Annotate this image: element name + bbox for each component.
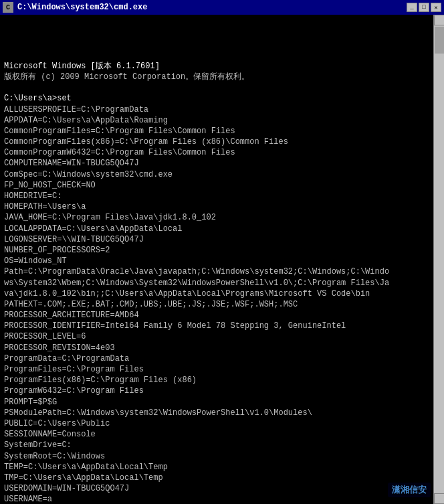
terminal-line: ProgramFiles(x86)=C:\Program Files (x86) [4, 375, 428, 386]
title-bar-left: C C:\Windows\system32\cmd.exe [3, 2, 147, 13]
terminal-line: PROCESSOR_IDENTIFIER=Intel64 Family 6 Mo… [4, 321, 428, 331]
terminal-line: SESSIONNAME=Console [4, 429, 428, 440]
terminal-line: ProgramData=C:\ProgramData [4, 353, 428, 364]
terminal-line: CommonProgramFiles(x86)=C:\Program Files… [4, 137, 428, 147]
terminal-line: FP_NO_HOST_CHECK=NO [4, 180, 428, 191]
terminal-content: ▲ ▼ Microsoft Windows [版本 6.1.7601]版权所有 … [0, 15, 444, 504]
cmd-icon: C [3, 2, 13, 13]
terminal-line: va\jdk1.8.0_102\bin;;C:\Users\a\AppData\… [4, 288, 428, 299]
terminal-lines: Microsoft Windows [版本 6.1.7601]版权所有 (c) … [4, 61, 440, 504]
scroll-up-arrow[interactable]: ▲ [434, 15, 445, 25]
terminal-line: APPDATA=C:\Users\a\AppData\Roaming [4, 115, 428, 126]
terminal-line: JAVA_HOME=C:\Program Files\Java\jdk1.8.0… [4, 212, 428, 223]
terminal-line: PUBLIC=C:\Users\Public [4, 418, 428, 429]
terminal-line: PROMPT=$P$G [4, 397, 428, 408]
terminal-line: CommonProgramFiles=C:\Program Files\Comm… [4, 126, 428, 137]
terminal-line: SystemRoot=C:\Windows [4, 451, 428, 462]
terminal-line: OS=Windows_NT [4, 256, 428, 266]
terminal-line [4, 82, 428, 93]
terminal-line: USERNAME=a [4, 494, 428, 504]
terminal-line: HOMEPATH=\Users\a [4, 201, 428, 212]
terminal-line: LOGONSERVER=\\WIN-TBUCG5QO47J [4, 234, 428, 245]
window-title: C:\Windows\system32\cmd.exe [17, 3, 147, 12]
terminal-line: ws\System32\Wbem;C:\Windows\System32\Win… [4, 278, 428, 288]
terminal-line: Microsoft Windows [版本 6.1.7601] [4, 61, 428, 72]
terminal-line: TMP=C:\Users\a\AppData\Local\Temp [4, 473, 428, 483]
terminal-line: C:\Users\a>set [4, 93, 428, 104]
terminal-line: CommonProgramW6432=C:\Program Files\Comm… [4, 147, 428, 158]
terminal-line: PROCESSOR_REVISION=4e03 [4, 343, 428, 353]
terminal-line: PROCESSOR_ARCHITECTURE=AMD64 [4, 310, 428, 321]
terminal-line: TEMP=C:\Users\a\AppData\Local\Temp [4, 462, 428, 473]
terminal-line: HOMEDRIVE=C: [4, 191, 428, 201]
terminal-line: PATHEXT=.COM;.EXE;.BAT;.CMD;.UBS;.UBE;.J… [4, 299, 428, 310]
terminal-line: PROCESSOR_LEVEL=6 [4, 331, 428, 342]
terminal-line: ComSpec=C:\Windows\system32\cmd.exe [4, 169, 428, 180]
title-bar: C C:\Windows\system32\cmd.exe _ □ ✕ [0, 0, 444, 15]
terminal-line: 版权所有 (c) 2009 Microsoft Corporation。保留所有… [4, 72, 428, 82]
terminal-line: USERDOMAIN=WIN-TBUCG5QO47J [4, 483, 428, 494]
terminal-line: SystemDrive=C: [4, 440, 428, 450]
terminal-line: COMPUTERNAME=WIN-TBUCG5QO47J [4, 158, 428, 169]
terminal-line: ALLUSERSPROFILE=C:\ProgramData [4, 104, 428, 115]
terminal-line: PSModulePath=C:\Windows\system32\Windows… [4, 408, 428, 418]
terminal-line: Path=C:\ProgramData\Oracle\Java\javapath… [4, 266, 428, 277]
terminal-line: LOCALAPPDATA=C:\Users\a\AppData\Local [4, 224, 428, 234]
watermark: 潇湘信安 [388, 483, 431, 497]
terminal-line: NUMBER_OF_PROCESSORS=2 [4, 245, 428, 256]
scroll-down-arrow[interactable]: ▼ [434, 493, 445, 504]
terminal-line: ProgramFiles=C:\Program Files [4, 364, 428, 375]
scrollbar[interactable]: ▲ ▼ [433, 15, 444, 504]
minimize-button[interactable]: _ [407, 3, 417, 12]
title-buttons: _ □ ✕ [407, 3, 441, 12]
close-button[interactable]: ✕ [431, 3, 441, 12]
scroll-thumb[interactable] [435, 27, 444, 54]
restore-button[interactable]: □ [419, 3, 429, 12]
terminal-line: ProgramW6432=C:\Program Files [4, 386, 428, 396]
